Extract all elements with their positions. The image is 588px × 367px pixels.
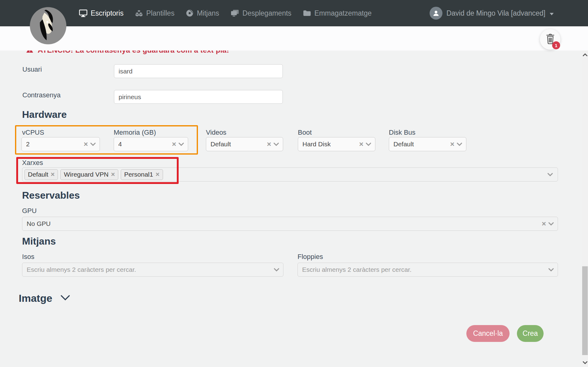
network-tag: Wireguard VPN × (60, 169, 118, 180)
contrasenya-label: Contrasenya (22, 91, 61, 99)
nav-item-label: Mitjans (197, 9, 219, 17)
floppies-placeholder: Escriu almenys 2 caràcters per cercar. (298, 266, 548, 273)
network-tag-label: Personal1 (124, 171, 153, 178)
clear-icon[interactable]: × (357, 140, 366, 148)
warning-triangle-icon (26, 51, 33, 54)
nav-menu: Escriptoris Plantilles Mitjans Desplegam… (79, 0, 372, 26)
nav-item-mitjans[interactable]: Mitjans (186, 9, 219, 17)
mitjans-heading: Mitjans (22, 236, 56, 247)
videos-label: Videos (206, 129, 226, 137)
memoria-select[interactable]: 4 × (114, 137, 188, 151)
contrasenya-input[interactable] (114, 90, 283, 104)
isos-placeholder: Escriu almenys 2 caràcters per cercar. (22, 266, 274, 273)
scroll-up-icon[interactable] (582, 51, 588, 58)
isard-logo[interactable] (29, 7, 67, 45)
isardvdi-create-desktop-page: Escriptoris Plantilles Mitjans Desplegam… (0, 0, 588, 367)
isos-label: Isos (22, 253, 34, 261)
diskbus-label: Disk Bus (389, 129, 415, 137)
warning-banner: ATENCIÓ! La contrasenya es guardarà com … (0, 51, 588, 56)
nav-item-label: Desplegaments (242, 9, 291, 17)
network-tag: Default × (25, 169, 58, 180)
chevron-down-icon (60, 295, 70, 302)
diskbus-select[interactable]: Default × (389, 137, 466, 151)
user-menu[interactable]: David de Mingo Vila [advanced] (430, 0, 554, 26)
clear-icon[interactable]: × (169, 140, 179, 148)
imatge-heading: Imatge (19, 292, 52, 304)
floppies-search-select[interactable]: Escriu almenys 2 caràcters per cercar. (298, 263, 558, 277)
gpu-label: GPU (22, 207, 37, 215)
scroll-down-icon[interactable] (582, 359, 588, 366)
chevron-down-icon[interactable] (274, 143, 283, 146)
network-tag: Personal1 × (121, 169, 163, 180)
chevron-down-icon[interactable] (548, 173, 557, 176)
chevron-down-icon[interactable] (90, 143, 100, 146)
cancel-button[interactable]: Cancel·la (466, 325, 510, 342)
cubes-icon (135, 10, 143, 17)
top-navbar: Escriptoris Plantilles Mitjans Desplegam… (0, 0, 588, 26)
vcpus-value: 2 (22, 140, 81, 148)
chevron-down-icon[interactable] (548, 222, 558, 226)
chevron-down-icon[interactable] (548, 268, 558, 272)
scrollbar-thumb[interactable] (582, 266, 588, 355)
desktop-icon (79, 9, 87, 17)
page-subheader: 1 (0, 26, 588, 51)
diskbus-value: Default (389, 140, 448, 148)
nav-item-plantilles[interactable]: Plantilles (135, 9, 174, 17)
boot-select[interactable]: Hard Disk × (298, 137, 375, 151)
isos-search-select[interactable]: Escriu almenys 2 caràcters per cercar. (22, 263, 283, 277)
chevron-down-icon (549, 9, 554, 17)
network-tag-label: Wireguard VPN (64, 171, 108, 178)
scrollbar[interactable] (582, 51, 588, 367)
nav-item-label: Emmagatzematge (314, 9, 372, 17)
nav-item-label: Plantilles (146, 9, 174, 17)
remove-tag-icon[interactable]: × (111, 170, 115, 178)
reservables-heading: Reservables (22, 190, 80, 201)
disc-icon (186, 9, 193, 17)
clear-icon[interactable]: × (81, 140, 90, 148)
memoria-value: 4 (114, 140, 169, 148)
usuari-label: Usuari (22, 66, 42, 73)
usuari-input[interactable] (114, 64, 283, 78)
clear-icon[interactable]: × (448, 140, 457, 148)
clear-icon[interactable]: × (264, 140, 274, 148)
warning-text: ATENCIÓ! La contrasenya es guardarà com … (38, 51, 229, 54)
remove-tag-icon[interactable]: × (51, 170, 55, 178)
boot-value: Hard Disk (298, 140, 357, 148)
floppies-label: Floppies (298, 253, 323, 261)
nav-item-emmagatzematge[interactable]: Emmagatzematge (303, 9, 372, 17)
trash-button[interactable]: 1 (540, 29, 560, 50)
user-name: David de Mingo Vila [advanced] (446, 9, 545, 17)
nav-item-desplegaments[interactable]: Desplegaments (231, 9, 291, 17)
nav-item-label: Escriptoris (91, 9, 123, 17)
vcpus-select[interactable]: 2 × (21, 137, 100, 151)
trash-count-badge: 1 (552, 41, 560, 49)
xarxes-multiselect[interactable]: Default × Wireguard VPN × Personal1 × (22, 167, 558, 182)
user-icon (430, 7, 442, 20)
deployments-icon (231, 9, 239, 17)
chevron-down-icon[interactable] (366, 143, 375, 146)
gpu-select[interactable]: No GPU × (22, 217, 558, 231)
remove-tag-icon[interactable]: × (156, 170, 160, 178)
chevron-down-icon[interactable] (274, 268, 283, 272)
vcpus-label: vCPUS (22, 129, 44, 137)
clear-icon[interactable]: × (539, 220, 548, 227)
network-tag-label: Default (28, 171, 48, 178)
videos-value: Default (206, 140, 264, 148)
chevron-down-icon[interactable] (457, 143, 466, 146)
xarxes-label: Xarxes (22, 159, 43, 167)
folder-icon (303, 10, 311, 17)
chevron-down-icon[interactable] (179, 143, 188, 146)
videos-select[interactable]: Default × (206, 137, 283, 151)
create-button[interactable]: Crea (517, 325, 544, 342)
imatge-section-toggle[interactable]: Imatge (19, 292, 70, 304)
gpu-value: No GPU (22, 220, 539, 227)
nav-item-escriptoris[interactable]: Escriptoris (79, 9, 123, 17)
hardware-heading: Hardware (22, 109, 67, 120)
memoria-label: Memoria (GB) (114, 129, 156, 137)
boot-label: Boot (298, 129, 312, 137)
